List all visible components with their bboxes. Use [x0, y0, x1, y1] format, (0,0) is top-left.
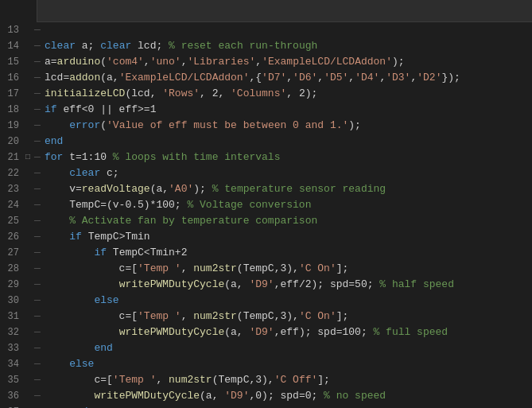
new-tab-button[interactable] [37, 0, 50, 22]
code-area[interactable]: clear a; clear lcd; % reset each run-thr… [41, 22, 532, 408]
line-number: 14 [0, 38, 22, 54]
line-number: 13 [0, 22, 22, 38]
gutter-row: 17— [0, 86, 41, 102]
code-line: writePWMDutyCycle(a, 'D9',eff/2); spd=50… [45, 277, 532, 293]
line-dash: — [33, 213, 41, 229]
line-number: 16 [0, 70, 22, 86]
gutter-row: 16— [0, 70, 41, 86]
gutter-row: 20— [0, 134, 41, 150]
line-number: 18 [0, 102, 22, 118]
gutter-row: 36— [0, 388, 41, 404]
code-line: if TempC<Tmin+2 [45, 245, 532, 261]
gutter-row: 27— [0, 245, 41, 261]
gutter-row: 21□— [0, 150, 41, 165]
editor: 13—14—15—16—17—18—19—20—21□—22—23—24—25—… [0, 22, 532, 408]
code-line: TempC=(v-0.5)*100; % Voltage conversion [45, 197, 532, 213]
gutter-row: 18— [0, 102, 41, 118]
line-number: 29 [0, 277, 22, 293]
code-line: initializeLCD(lcd, 'Rows', 2, 'Columns',… [45, 86, 532, 102]
gutter-row: 33— [0, 340, 41, 356]
line-number: 35 [0, 372, 22, 388]
gutter-row: 26— [0, 229, 41, 245]
line-dash: — [33, 165, 41, 181]
line-number: 36 [0, 388, 22, 404]
gutter-row: 24— [0, 197, 41, 213]
gutter-row: 31— [0, 309, 41, 324]
code-line: c=['Temp ', num2str(TempC,3),'C On']; [45, 261, 532, 277]
line-dash: — [33, 181, 41, 197]
line-dash: — [33, 118, 41, 134]
gutter-row: 28— [0, 261, 41, 277]
line-number: 37 [0, 404, 22, 408]
gutter-row: 15— [0, 54, 41, 70]
code-line: if TempC>Tmin [45, 229, 532, 245]
line-dash: — [33, 261, 41, 277]
code-line [45, 22, 532, 38]
code-line: clear a; clear lcd; % reset each run-thr… [45, 38, 532, 54]
line-dash: — [33, 388, 41, 404]
gutter-row: 25— [0, 213, 41, 229]
code-line: lcd=addon(a,'ExampleLCD/LCDAddon',{'D7',… [45, 70, 532, 86]
gutter-row: 22— [0, 165, 41, 181]
line-number: 25 [0, 213, 22, 229]
line-number: 20 [0, 134, 22, 150]
line-dash: — [33, 309, 41, 324]
line-dash: — [33, 22, 41, 38]
gutter-row: 19— [0, 118, 41, 134]
line-dash: — [33, 70, 41, 86]
code-line: clear c; [45, 165, 532, 181]
code-line: for t=1:10 % loops with time intervals [45, 150, 532, 165]
line-dash: — [33, 134, 41, 150]
gutter-row: 34— [0, 356, 41, 372]
line-dash: — [33, 86, 41, 102]
line-dash: — [33, 324, 41, 340]
gutter-row: 32— [0, 324, 41, 340]
line-dash: — [33, 150, 41, 165]
line-dash: — [33, 102, 41, 118]
line-dash: — [33, 340, 41, 356]
line-number: 33 [0, 340, 22, 356]
line-dash: — [33, 372, 41, 388]
code-line: end [45, 404, 532, 408]
line-dash: — [33, 245, 41, 261]
gutter-row: 14— [0, 38, 41, 54]
line-number: 34 [0, 356, 22, 372]
line-number: 26 [0, 229, 22, 245]
code-line: else [45, 356, 532, 372]
line-dash: — [33, 356, 41, 372]
line-numbers: 13—14—15—16—17—18—19—20—21□—22—23—24—25—… [0, 22, 41, 408]
gutter-row: 30— [0, 293, 41, 309]
code-line: end [45, 134, 532, 150]
code-line: writePWMDutyCycle(a, 'D9',0); spd=0; % n… [45, 388, 532, 404]
gutter-row: 37— [0, 404, 41, 408]
code-line: c=['Temp ', num2str(TempC,3),'C Off']; [45, 372, 532, 388]
code-line: % Activate fan by temperature comparison [45, 213, 532, 229]
fold-indicator[interactable]: □ [22, 150, 33, 165]
code-line: writePWMDutyCycle(a, 'D9',eff); spd=100;… [45, 324, 532, 340]
line-number: 30 [0, 293, 22, 309]
line-number: 28 [0, 261, 22, 277]
line-dash: — [33, 293, 41, 309]
gutter-row: 35— [0, 372, 41, 388]
line-number: 24 [0, 197, 22, 213]
code-line: v=readVoltage(a,'A0'); % temperature sen… [45, 181, 532, 197]
line-number: 15 [0, 54, 22, 70]
line-number: 27 [0, 245, 22, 261]
line-dash: — [33, 277, 41, 293]
line-number: 21 [0, 150, 22, 165]
line-dash: — [33, 197, 41, 213]
line-number: 19 [0, 118, 22, 134]
code-line: end [45, 340, 532, 356]
line-number: 31 [0, 309, 22, 324]
line-dash: — [33, 229, 41, 245]
gutter-row: 23— [0, 181, 41, 197]
gutter-row: 29— [0, 277, 41, 293]
title-bar [0, 0, 532, 22]
gutter-row: 13— [0, 22, 41, 38]
line-number: 22 [0, 165, 22, 181]
line-number: 23 [0, 181, 22, 197]
code-line: else [45, 293, 532, 309]
file-tab[interactable] [0, 0, 37, 22]
tab-close-button[interactable] [16, 6, 27, 17]
code-line: error('Value of eff must be between 0 an… [45, 118, 532, 134]
